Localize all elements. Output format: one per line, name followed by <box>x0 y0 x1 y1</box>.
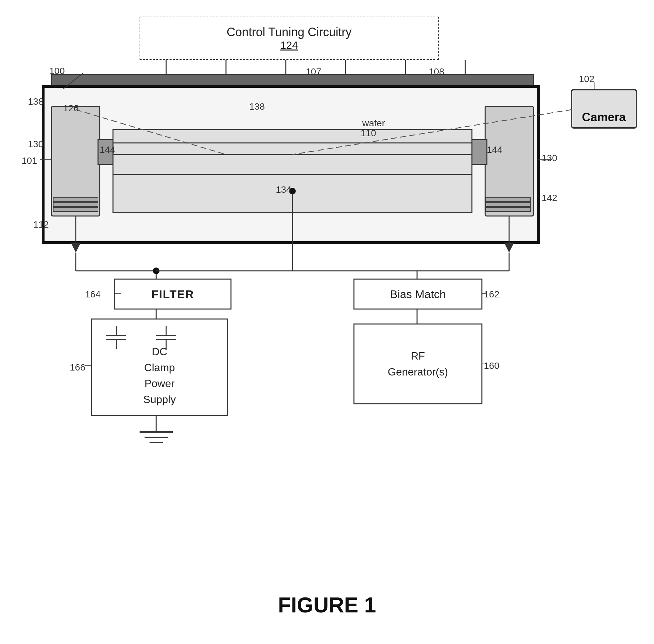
ref-wafer-text: wafer <box>362 118 385 129</box>
svg-rect-7 <box>43 86 538 243</box>
svg-rect-18 <box>113 130 472 213</box>
svg-line-57 <box>76 110 226 155</box>
camera-box: Camera <box>572 99 635 136</box>
svg-rect-12 <box>485 106 533 216</box>
svg-marker-25 <box>504 243 514 253</box>
dc-clamp-box: DCClampPowerSupply <box>91 349 228 402</box>
ref-126: 126 <box>63 103 79 114</box>
diagram: Control Tuning Circuitry 124 Camera FILT… <box>0 0 654 644</box>
ref-144-right: 144 <box>487 144 502 155</box>
ref-138-left: 138 <box>28 96 44 107</box>
ref-138-right: 138 <box>249 101 265 112</box>
camera-label: Camera <box>582 110 626 124</box>
svg-rect-8 <box>51 106 100 216</box>
ref-112: 112 <box>33 219 49 230</box>
figure-label: FIGURE 1 <box>0 593 654 617</box>
diagram-svg <box>0 0 654 644</box>
bias-match-box: Bias Match <box>354 279 482 309</box>
ref-160: 160 <box>484 361 499 371</box>
ref-134: 134 <box>276 184 291 195</box>
rf-generator-box: RFGenerator(s) <box>354 324 482 404</box>
svg-rect-15 <box>486 208 531 212</box>
svg-line-56 <box>292 110 571 155</box>
control-title: Control Tuning Circuitry <box>227 25 352 39</box>
svg-rect-13 <box>486 198 531 202</box>
dc-clamp-label: DCClampPowerSupply <box>143 344 176 407</box>
svg-point-32 <box>153 268 159 274</box>
svg-marker-23 <box>71 243 81 253</box>
ref-130-left: 130 <box>28 139 44 150</box>
filter-box: FILTER <box>115 279 231 309</box>
control-number: 124 <box>280 39 298 51</box>
ref-162: 162 <box>484 289 499 300</box>
filter-label: FILTER <box>152 288 194 301</box>
svg-rect-10 <box>53 203 98 207</box>
ref-144-left: 144 <box>100 144 115 155</box>
svg-rect-14 <box>486 203 531 207</box>
svg-rect-17 <box>470 140 487 164</box>
svg-rect-9 <box>53 198 98 202</box>
ref-164: 164 <box>85 289 101 300</box>
electrode-134: 134 <box>276 184 291 195</box>
svg-rect-6 <box>51 74 533 87</box>
ref-102: 102 <box>579 74 594 85</box>
rf-generator-label: RFGenerator(s) <box>388 348 448 380</box>
bias-match-label: Bias Match <box>390 288 446 301</box>
ref-108: 108 <box>429 66 444 77</box>
svg-line-58 <box>63 73 83 89</box>
ref-107: 107 <box>306 66 321 77</box>
svg-rect-11 <box>53 208 98 212</box>
ref-142: 142 <box>542 193 557 203</box>
ref-110: 110 <box>361 128 376 139</box>
ref-101: 101 <box>22 156 37 166</box>
ref-130-right: 130 <box>542 153 557 163</box>
ref-100: 100 <box>49 66 65 76</box>
control-tuning-box: Control Tuning Circuitry 124 <box>140 17 439 60</box>
ref-166: 166 <box>70 362 85 373</box>
